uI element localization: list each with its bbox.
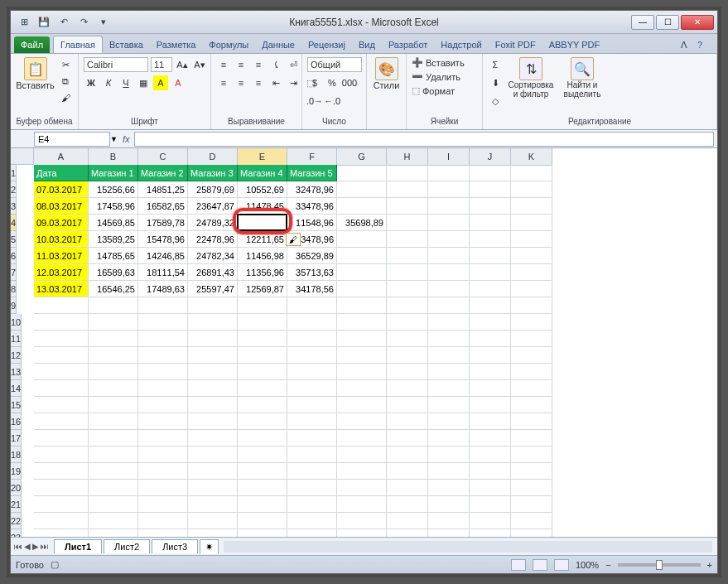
cell-A21[interactable] (34, 496, 89, 513)
cell-J1[interactable] (470, 165, 511, 181)
cell-G8[interactable] (337, 281, 387, 297)
cell-G20[interactable] (337, 480, 387, 496)
cell-A4[interactable]: 09.03.2017 (34, 215, 89, 231)
sort-filter-button[interactable]: ⇅ Сортировка и фильтр (506, 57, 556, 99)
cell-C10[interactable] (138, 314, 188, 331)
cell-I2[interactable] (428, 181, 470, 198)
cell-D3[interactable]: 23647,87 (188, 198, 238, 215)
decrease-decimal-icon[interactable]: ←.0 (325, 94, 340, 109)
cell-I19[interactable] (428, 463, 470, 480)
sheet-first-icon[interactable]: ⏮ (14, 542, 22, 551)
underline-button[interactable]: Ч (118, 75, 133, 90)
row-header-9[interactable]: 9 (11, 297, 17, 314)
column-header-C[interactable]: C (138, 148, 188, 166)
cell-A1[interactable]: Дата (34, 165, 89, 181)
cell-K8[interactable] (511, 281, 552, 297)
cell-K4[interactable] (511, 215, 552, 231)
cell-G22[interactable] (337, 513, 387, 529)
cell-J21[interactable] (470, 496, 511, 513)
cell-H22[interactable] (387, 513, 428, 529)
cell-B11[interactable] (89, 331, 138, 347)
cell-J15[interactable] (470, 397, 511, 413)
cell-F22[interactable] (287, 513, 337, 529)
cell-I23[interactable] (428, 529, 470, 537)
tab-review[interactable]: Рецензиј (301, 36, 352, 53)
cell-J6[interactable] (470, 248, 511, 264)
cell-A3[interactable]: 08.03.2017 (34, 198, 89, 215)
save-icon[interactable]: 💾 (36, 14, 52, 31)
cell-F23[interactable] (287, 529, 337, 537)
cell-E5[interactable]: 12211,65 (238, 231, 287, 248)
cell-G14[interactable] (337, 380, 387, 397)
cell-G4[interactable]: 35698,89 (337, 215, 387, 231)
cell-D19[interactable] (188, 463, 238, 480)
cell-A14[interactable] (34, 380, 89, 397)
minimize-ribbon-icon[interactable]: ᐱ (681, 40, 694, 53)
cell-D18[interactable] (188, 446, 238, 463)
cell-K16[interactable] (511, 413, 552, 430)
cell-I17[interactable] (428, 430, 470, 446)
align-left-icon[interactable]: ≡ (216, 75, 231, 90)
normal-view-button[interactable] (511, 559, 526, 571)
cell-F10[interactable] (287, 314, 337, 331)
excel-icon[interactable]: ⊞ (16, 14, 32, 31)
row-header-19[interactable]: 19 (11, 463, 22, 480)
cell-J23[interactable] (470, 529, 511, 537)
cell-C19[interactable] (138, 463, 188, 480)
delete-cells-button[interactable]: ➖Удалить (412, 71, 460, 82)
italic-button[interactable]: К (101, 75, 116, 90)
row-header-3[interactable]: 3 (11, 198, 17, 215)
styles-button[interactable]: 🎨 Стили (372, 57, 401, 90)
cell-D4[interactable]: 24789,32 (188, 215, 238, 231)
number-format-select[interactable]: Общий (307, 57, 362, 72)
sheet-tab-1[interactable]: Лист1 (54, 539, 102, 553)
cell-K23[interactable] (511, 529, 552, 537)
paste-button[interactable]: 📋 Вставить (16, 57, 55, 90)
cell-F4[interactable]: 11548,96 (287, 215, 337, 231)
tab-view[interactable]: Вид (352, 36, 382, 53)
cell-D16[interactable] (188, 413, 238, 430)
currency-icon[interactable]: $ (307, 75, 322, 90)
cell-J22[interactable] (470, 513, 511, 529)
cell-B10[interactable] (89, 314, 138, 331)
cell-G15[interactable] (337, 397, 387, 413)
cell-J17[interactable] (470, 430, 511, 446)
cell-J8[interactable] (470, 281, 511, 297)
cell-A13[interactable] (34, 364, 89, 380)
sheet-tab-3[interactable]: Лист3 (152, 539, 198, 553)
bold-button[interactable]: Ж (84, 75, 99, 90)
clear-icon[interactable]: ◇ (488, 94, 503, 109)
redo-icon[interactable]: ↷ (75, 14, 92, 31)
cell-F2[interactable]: 32478,96 (287, 181, 337, 198)
fill-color-icon[interactable]: A (153, 75, 168, 90)
insert-cells-button[interactable]: ➕Вставить (412, 57, 465, 68)
cell-I22[interactable] (428, 513, 470, 529)
decrease-font-icon[interactable]: A▾ (192, 57, 207, 72)
cell-A22[interactable] (34, 513, 89, 529)
cell-K6[interactable] (511, 248, 552, 264)
cell-E7[interactable]: 11356,96 (238, 264, 287, 281)
row-header-18[interactable]: 18 (11, 446, 22, 463)
cell-C9[interactable] (138, 297, 188, 314)
cell-G1[interactable] (337, 165, 387, 181)
cell-B21[interactable] (89, 496, 138, 513)
cell-D21[interactable] (188, 496, 238, 513)
cell-F20[interactable] (287, 480, 337, 496)
cell-H17[interactable] (387, 430, 428, 446)
cell-E8[interactable]: 12569,87 (238, 281, 287, 297)
column-header-K[interactable]: K (511, 148, 552, 166)
cell-B22[interactable] (89, 513, 138, 529)
cell-H19[interactable] (387, 463, 428, 480)
cell-J3[interactable] (470, 198, 511, 215)
orientation-icon[interactable]: ⤹ (268, 57, 283, 72)
cell-F19[interactable] (287, 463, 337, 480)
row-header-8[interactable]: 8 (11, 281, 17, 297)
sheet-prev-icon[interactable]: ◀ (24, 542, 31, 551)
cell-I14[interactable] (428, 380, 470, 397)
cell-C21[interactable] (138, 496, 188, 513)
row-header-22[interactable]: 22 (11, 513, 22, 529)
cell-F11[interactable] (287, 331, 337, 347)
cell-G2[interactable] (337, 181, 387, 198)
row-header-17[interactable]: 17 (11, 430, 22, 446)
row-header-21[interactable]: 21 (11, 496, 22, 513)
